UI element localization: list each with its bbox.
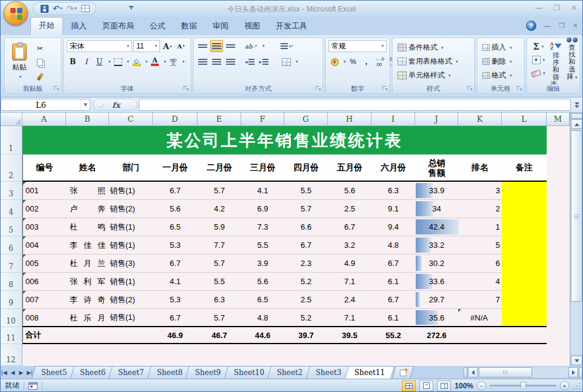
- chevron-down-icon[interactable]: ▼: [81, 99, 90, 110]
- header-cell[interactable]: 四月份: [284, 154, 328, 182]
- cell[interactable]: 6.3: [198, 291, 241, 309]
- cell[interactable]: 006: [22, 273, 66, 291]
- cell[interactable]: [502, 327, 547, 344]
- cell[interactable]: 46.7: [198, 327, 241, 344]
- header-cell[interactable]: 五月份: [328, 154, 371, 182]
- shrink-font-button[interactable]: A▾: [175, 40, 187, 52]
- cell[interactable]: 7.3: [241, 218, 284, 236]
- cell[interactable]: 杜 月 兰: [66, 254, 109, 273]
- cell[interactable]: [547, 254, 570, 273]
- cell[interactable]: 30.2: [415, 254, 458, 273]
- row-header-7[interactable]: 7: [0, 254, 22, 273]
- cell[interactable]: 42.4: [415, 218, 458, 236]
- customize-qat-button[interactable]: ▬▾: [129, 5, 133, 10]
- header-cell[interactable]: 三月份: [241, 154, 284, 182]
- delete-cells-button[interactable]: 删除▾: [480, 55, 521, 68]
- column-header-A[interactable]: A: [22, 113, 66, 126]
- cell[interactable]: 4.1: [241, 182, 284, 200]
- cell[interactable]: [502, 254, 547, 273]
- cell[interactable]: 5.5: [241, 236, 284, 254]
- undo-button[interactable]: ↶▾: [53, 5, 62, 12]
- table-title[interactable]: 某公司上半年销售业绩统计表: [22, 126, 547, 154]
- column-header-L[interactable]: L: [502, 113, 547, 126]
- tab-review[interactable]: 审阅: [205, 18, 236, 35]
- format-as-table-button[interactable]: 套用表格格式▾: [395, 55, 471, 68]
- scrollbar-thumb[interactable]: [571, 130, 582, 302]
- cell[interactable]: 6.7: [328, 218, 371, 236]
- first-sheet-button[interactable]: |◀: [0, 366, 8, 379]
- header-cell[interactable]: 六月份: [371, 154, 415, 182]
- cell[interactable]: 销售(1): [109, 309, 153, 327]
- cell[interactable]: 6.3: [371, 182, 415, 200]
- column-header-E[interactable]: E: [198, 113, 241, 126]
- cell[interactable]: 5.3: [153, 236, 198, 254]
- name-box[interactable]: L6 ▼: [1, 99, 90, 111]
- row-header-4[interactable]: 4: [0, 200, 22, 218]
- cell[interactable]: 5.6: [153, 200, 198, 218]
- cell[interactable]: 4.1: [153, 273, 198, 291]
- cell[interactable]: 33.9: [415, 182, 458, 200]
- cell[interactable]: 6.6: [284, 218, 328, 236]
- cell[interactable]: [547, 309, 570, 327]
- row-header-5[interactable]: 5: [0, 218, 22, 236]
- tab-developer[interactable]: 开发工具: [268, 18, 315, 35]
- column-header-G[interactable]: G: [284, 113, 328, 126]
- cell[interactable]: 销售(3): [109, 254, 153, 273]
- workbook-minimize-icon[interactable]: —: [544, 22, 551, 30]
- cell[interactable]: 销售(2): [109, 291, 153, 309]
- cell[interactable]: 李 佳 佳: [66, 236, 109, 254]
- cell[interactable]: 6.7: [153, 254, 198, 273]
- orientation-button[interactable]: ab↗: [243, 40, 259, 52]
- dialog-launcher-icon[interactable]: [316, 86, 321, 91]
- help-button[interactable]: ?: [526, 21, 536, 31]
- collapse-dot-icon[interactable]: [98, 102, 104, 108]
- cell[interactable]: 44.6: [241, 327, 284, 344]
- cell[interactable]: [502, 218, 547, 236]
- scroll-right-button[interactable]: [568, 367, 578, 377]
- tab-view[interactable]: 视图: [236, 18, 268, 35]
- tab-data[interactable]: 数据: [173, 18, 205, 35]
- cell[interactable]: [547, 154, 570, 182]
- insert-function-button[interactable]: fx: [112, 101, 120, 110]
- cell[interactable]: [502, 291, 547, 309]
- maximize-icon[interactable]: ❐: [553, 4, 560, 12]
- sheet-tab-sheet5[interactable]: Sheet5: [32, 366, 77, 379]
- dialog-launcher-icon[interactable]: [54, 86, 59, 91]
- cell[interactable]: 6.7: [153, 182, 198, 200]
- number-format-select[interactable]: 常规▾: [328, 40, 387, 52]
- header-cell[interactable]: 二月份: [198, 154, 241, 182]
- zoom-slider-thumb[interactable]: [521, 382, 526, 390]
- column-header-M[interactable]: M: [547, 113, 570, 126]
- format-cells-button[interactable]: 格式▾: [480, 68, 521, 82]
- row-header-1[interactable]: 1: [0, 126, 22, 154]
- macro-record-icon[interactable]: [28, 382, 38, 390]
- prev-sheet-button[interactable]: ◀: [8, 366, 17, 379]
- cell[interactable]: 2.3: [284, 254, 328, 273]
- cell[interactable]: 5.7: [284, 200, 328, 218]
- cell[interactable]: 2: [458, 200, 502, 218]
- tab-split-handle[interactable]: [464, 367, 467, 377]
- cell[interactable]: 6.7: [371, 291, 415, 309]
- tab-insert[interactable]: 插入: [63, 18, 95, 35]
- cell[interactable]: 2.4: [328, 291, 371, 309]
- cell[interactable]: 6.7: [371, 254, 415, 273]
- cell[interactable]: 39.7: [284, 327, 328, 344]
- header-cell[interactable]: 备注: [502, 154, 547, 182]
- cell[interactable]: 销售(1): [109, 236, 153, 254]
- office-button[interactable]: [4, 1, 28, 25]
- sheet-tab-sheet3[interactable]: Sheet3: [306, 366, 351, 379]
- redo-button[interactable]: ↷▾: [67, 5, 76, 12]
- row-header-3[interactable]: 3: [0, 182, 22, 200]
- cell[interactable]: 34: [415, 200, 458, 218]
- cell[interactable]: [109, 327, 153, 344]
- tab-page-layout[interactable]: 页面布局: [95, 18, 142, 35]
- cell[interactable]: 9.4: [371, 218, 415, 236]
- row-header-2[interactable]: 2: [0, 154, 22, 182]
- cell[interactable]: 4.9: [328, 254, 371, 273]
- cell[interactable]: 6.9: [241, 200, 284, 218]
- cell[interactable]: [547, 291, 570, 309]
- borders-button[interactable]: [112, 56, 124, 68]
- resize-grip[interactable]: [573, 382, 581, 390]
- cell[interactable]: 7: [458, 291, 502, 309]
- save-button[interactable]: [41, 5, 48, 13]
